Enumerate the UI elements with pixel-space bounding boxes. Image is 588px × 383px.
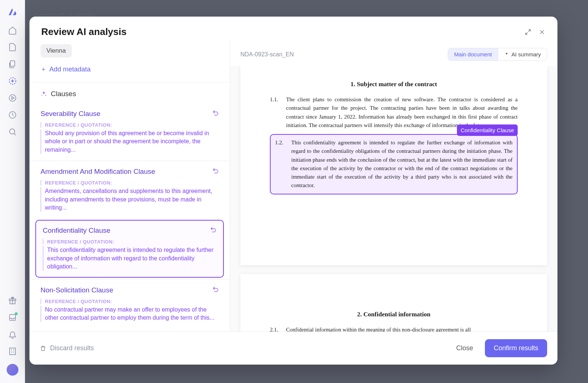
- building-icon[interactable]: [8, 347, 17, 356]
- highlighted-clause[interactable]: Confidentiality Clause 1.2. This confide…: [270, 134, 518, 194]
- clause-title: Amendment And Modification Clause: [41, 168, 155, 176]
- section-title: 1. Subject matter of the contract: [270, 81, 518, 88]
- undo-icon[interactable]: [212, 168, 219, 175]
- document-tabs: Main document AI summary: [448, 48, 547, 61]
- discard-button[interactable]: Discard results: [40, 344, 94, 352]
- reference-text: Amendments, cancellations and supplement…: [41, 187, 219, 212]
- close-button[interactable]: Close: [450, 341, 480, 356]
- document-icon[interactable]: [8, 43, 17, 52]
- clause-title: Severability Clause: [41, 110, 101, 118]
- svg-rect-0: [10, 61, 15, 66]
- reference-label: REFERENCE / QUOTATION:: [43, 239, 216, 245]
- confirm-button[interactable]: Confirm results: [485, 339, 547, 357]
- clauses-panel: Vienna ＋ Add metadata Clauses Severabili…: [29, 41, 230, 331]
- modal-title: Review AI analysis: [41, 26, 127, 38]
- search-icon[interactable]: [8, 127, 17, 136]
- reference-text: No contractual partner may make an offer…: [41, 306, 219, 322]
- clauses-section-header: Clauses: [29, 82, 230, 103]
- close-icon[interactable]: [538, 28, 546, 36]
- tab-main-document[interactable]: Main document: [448, 48, 498, 60]
- clauses-label: Clauses: [51, 90, 76, 98]
- undo-icon[interactable]: [212, 287, 219, 294]
- discard-label: Discard results: [50, 344, 94, 352]
- clause-item[interactable]: Amendment And Modification Clause REFERE…: [29, 161, 230, 218]
- clause-item[interactable]: Severability Clause REFERENCE / QUOTATIO…: [29, 103, 230, 161]
- user-avatar[interactable]: [7, 364, 18, 376]
- sparkle-icon: [504, 52, 509, 57]
- para-number: 1.1.: [270, 95, 282, 130]
- section-title: 2. Confidential information: [270, 311, 518, 318]
- para-text: Confidential information within the mean…: [286, 326, 518, 332]
- highlight-tag: Confidentiality Clause: [457, 124, 518, 136]
- metadata-chip[interactable]: Vienna: [41, 44, 72, 57]
- sparkle-icon: [41, 91, 47, 97]
- document-name: NDA-0923-scan_EN: [240, 51, 294, 58]
- review-modal: Review AI analysis Vienna ＋ Add metadata: [29, 17, 557, 365]
- add-metadata-button[interactable]: ＋ Add metadata: [29, 60, 230, 82]
- svg-point-2: [9, 95, 16, 101]
- reference-label: REFERENCE / QUOTATION:: [41, 299, 219, 304]
- inbox-icon[interactable]: [8, 313, 17, 322]
- bell-icon[interactable]: [8, 330, 17, 339]
- para-text: This confidentiality agreement is intend…: [291, 138, 513, 190]
- undo-icon[interactable]: [212, 110, 219, 117]
- app-logo: [7, 7, 18, 18]
- app-sidebar: [0, 0, 25, 383]
- document-page: 2. Confidential information 2.1. Confide…: [240, 274, 547, 332]
- document-scroll[interactable]: 1. Subject matter of the contract 1.1. T…: [230, 66, 557, 331]
- home-icon[interactable]: [8, 26, 17, 35]
- add-circle-icon[interactable]: [8, 77, 17, 85]
- clause-title: Non-Solicitation Clause: [41, 286, 113, 294]
- add-metadata-label: Add metadata: [49, 66, 91, 73]
- expand-icon[interactable]: [524, 28, 532, 36]
- files-icon[interactable]: [8, 60, 17, 68]
- svg-point-4: [10, 129, 15, 134]
- plus-icon: ＋: [41, 66, 46, 73]
- gift-icon[interactable]: [8, 296, 17, 305]
- reference-label: REFERENCE / QUOTATION:: [41, 180, 219, 186]
- clause-item[interactable]: Non-Solicitation Clause REFERENCE / QUOT…: [29, 279, 230, 329]
- reference-label: REFERENCE / QUOTATION:: [41, 122, 219, 128]
- clause-title: Confidentiality Clause: [43, 226, 110, 235]
- svg-rect-8: [10, 348, 15, 355]
- svg-rect-7: [10, 315, 15, 320]
- para-number: 1.2.: [275, 138, 287, 190]
- tab-ai-summary[interactable]: AI summary: [498, 48, 547, 60]
- play-circle-icon[interactable]: [8, 94, 17, 102]
- clause-item-selected[interactable]: Confidentiality Clause REFERENCE / QUOTA…: [35, 220, 224, 277]
- reference-text: Should any provision of this agreement b…: [41, 129, 219, 154]
- para-number: 2.1.: [270, 326, 282, 332]
- document-page: 1. Subject matter of the contract 1.1. T…: [240, 66, 547, 265]
- reference-text: This confidentiality agreement is intend…: [43, 246, 216, 271]
- document-panel: NDA-0923-scan_EN Main document AI summar…: [230, 41, 557, 331]
- undo-icon[interactable]: [210, 227, 216, 234]
- clock-icon[interactable]: [8, 110, 17, 119]
- trash-icon: [40, 345, 46, 352]
- tab-ai-label: AI summary: [511, 51, 541, 57]
